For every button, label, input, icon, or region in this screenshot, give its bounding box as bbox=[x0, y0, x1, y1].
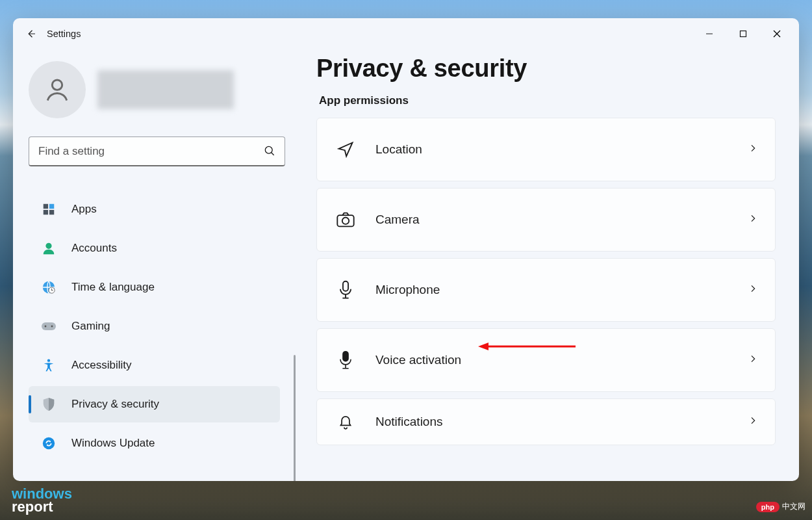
svg-rect-10 bbox=[49, 210, 54, 214]
svg-point-16 bbox=[51, 326, 53, 328]
avatar bbox=[29, 61, 86, 118]
svg-point-5 bbox=[265, 146, 272, 153]
chevron-right-icon bbox=[748, 143, 758, 156]
shield-icon bbox=[40, 396, 57, 413]
close-button[interactable] bbox=[760, 18, 794, 49]
account-name-redacted bbox=[97, 70, 234, 109]
close-icon bbox=[773, 30, 781, 38]
settings-window: Settings bbox=[13, 18, 799, 481]
section-heading: App permissions bbox=[319, 94, 776, 107]
search-input[interactable] bbox=[29, 136, 285, 166]
sidebar-item-gaming[interactable]: Gaming bbox=[29, 308, 280, 344]
maximize-button[interactable] bbox=[726, 18, 760, 49]
card-label: Location bbox=[375, 142, 422, 157]
maximize-icon bbox=[739, 30, 747, 38]
apps-icon bbox=[40, 201, 57, 218]
minimize-icon bbox=[705, 30, 713, 38]
svg-rect-7 bbox=[44, 204, 48, 209]
card-voice-activation[interactable]: Voice activation bbox=[316, 328, 776, 392]
chevron-right-icon bbox=[748, 213, 758, 226]
chevron-right-icon bbox=[748, 283, 758, 296]
sidebar-item-accessibility[interactable]: Accessibility bbox=[29, 347, 280, 384]
watermark-left: windows report bbox=[12, 488, 72, 514]
gaming-icon bbox=[40, 318, 57, 335]
back-button[interactable] bbox=[18, 21, 44, 47]
chevron-right-icon bbox=[748, 415, 758, 428]
voice-activation-icon bbox=[334, 350, 357, 370]
svg-point-17 bbox=[47, 359, 50, 361]
arrow-left-icon bbox=[25, 28, 37, 40]
microphone-icon bbox=[334, 280, 357, 300]
card-label: Microphone bbox=[375, 283, 440, 297]
search-box[interactable] bbox=[29, 136, 285, 166]
card-label: Notifications bbox=[375, 415, 443, 429]
svg-point-20 bbox=[342, 218, 349, 224]
person-icon bbox=[43, 75, 71, 104]
sidebar-item-label: Time & language bbox=[71, 281, 155, 294]
update-icon bbox=[40, 435, 57, 452]
page-title: Privacy & security bbox=[316, 55, 776, 83]
svg-rect-21 bbox=[343, 281, 348, 291]
svg-rect-8 bbox=[49, 204, 54, 209]
sidebar-item-label: Windows Update bbox=[71, 437, 155, 450]
bell-icon bbox=[334, 413, 357, 431]
svg-point-18 bbox=[43, 437, 55, 449]
sidebar-item-apps[interactable]: Apps bbox=[29, 191, 280, 228]
svg-point-15 bbox=[45, 326, 47, 328]
sidebar-item-accounts[interactable]: Accounts bbox=[29, 230, 280, 266]
desktop-wallpaper: Settings bbox=[0, 0, 812, 520]
permissions-list: Location Camera bbox=[316, 118, 776, 445]
card-camera[interactable]: Camera bbox=[316, 188, 776, 252]
main-panel: Privacy & security App permissions Locat… bbox=[296, 49, 799, 481]
svg-rect-22 bbox=[343, 352, 348, 361]
accessibility-icon bbox=[40, 357, 57, 374]
account-block[interactable] bbox=[29, 61, 280, 118]
watermark-right: php 中文网 bbox=[756, 501, 806, 512]
chevron-right-icon bbox=[748, 354, 758, 367]
camera-icon bbox=[334, 211, 357, 228]
sidebar-item-label: Privacy & security bbox=[71, 398, 159, 411]
card-microphone[interactable]: Microphone bbox=[316, 258, 776, 322]
sidebar-nav: Apps Accounts Time & language bbox=[29, 191, 280, 462]
sidebar-item-label: Accessibility bbox=[71, 359, 132, 372]
window-controls bbox=[692, 18, 794, 49]
search-icon bbox=[263, 144, 276, 160]
sidebar-item-label: Gaming bbox=[71, 320, 110, 333]
minimize-button[interactable] bbox=[692, 18, 726, 49]
accounts-icon bbox=[40, 240, 57, 257]
sidebar-item-label: Apps bbox=[71, 203, 97, 216]
window-title: Settings bbox=[47, 29, 81, 39]
svg-rect-14 bbox=[42, 322, 56, 330]
location-icon bbox=[334, 140, 357, 159]
card-label: Voice activation bbox=[375, 353, 461, 367]
sidebar-item-privacy[interactable]: Privacy & security bbox=[29, 386, 280, 422]
time-language-icon bbox=[40, 279, 57, 296]
svg-rect-1 bbox=[741, 31, 746, 37]
sidebar-item-time[interactable]: Time & language bbox=[29, 269, 280, 306]
svg-point-11 bbox=[45, 243, 51, 249]
svg-rect-9 bbox=[44, 210, 48, 214]
titlebar: Settings bbox=[13, 18, 799, 49]
card-location[interactable]: Location bbox=[316, 118, 776, 181]
card-notifications[interactable]: Notifications bbox=[316, 398, 776, 445]
svg-point-4 bbox=[52, 80, 62, 90]
sidebar: Apps Accounts Time & language bbox=[13, 49, 296, 481]
sidebar-item-update[interactable]: Windows Update bbox=[29, 425, 280, 462]
card-label: Camera bbox=[375, 213, 420, 227]
sidebar-item-label: Accounts bbox=[71, 242, 117, 255]
svg-line-6 bbox=[272, 153, 274, 155]
